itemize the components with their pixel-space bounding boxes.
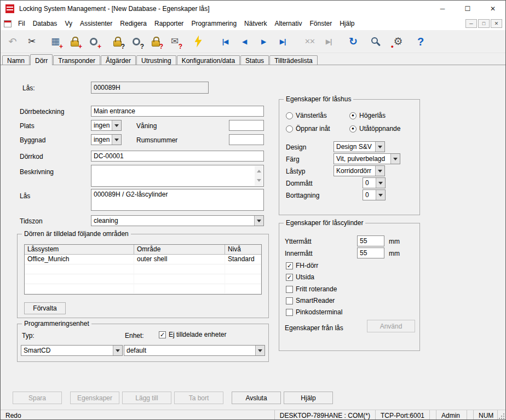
nav-first-button[interactable]: |◀ — [216, 32, 234, 51]
nav-last-button[interactable]: ▶| — [273, 32, 292, 51]
chevron-down-icon[interactable] — [375, 166, 384, 176]
removal-select[interactable]: 0 — [363, 189, 386, 200]
close-button[interactable]: ✕ — [480, 1, 505, 17]
resize-grip[interactable] — [497, 410, 505, 420]
checkbox-icon[interactable]: ✓ — [159, 331, 166, 338]
radio-oppnar-inat[interactable]: Öppnar inåt — [286, 125, 330, 133]
read-card-button[interactable]: ✉css-bolt? — [165, 32, 184, 51]
color-select[interactable]: Vit, pulverbelagd — [334, 153, 400, 164]
description-field[interactable] — [91, 165, 264, 187]
nav-prev-button[interactable]: ◀ — [235, 32, 254, 51]
programming-type-select[interactable]: SmartCD — [21, 345, 123, 356]
mdi-close-button[interactable]: ✕ — [491, 19, 502, 28]
chevron-down-icon[interactable] — [390, 154, 400, 164]
column-header-lassystem[interactable]: Låssystem — [25, 245, 134, 255]
radio-icon[interactable] — [286, 112, 293, 119]
chevron-down-icon[interactable] — [255, 346, 264, 355]
tab-utrustning[interactable]: Utrustning — [136, 55, 176, 65]
free-rotating-checkbox[interactable]: Fritt roterande — [286, 285, 337, 293]
menu-item-natverk[interactable]: Nätverk — [240, 18, 271, 29]
description-scrollbar[interactable] — [255, 166, 263, 186]
chevron-down-icon[interactable] — [376, 190, 385, 200]
areas-table[interactable]: Låssystem Område Nivå Office_Munich oute… — [24, 244, 262, 295]
checkbox-icon[interactable] — [286, 309, 293, 316]
mdi-minimize-button[interactable]: ─ — [465, 19, 477, 28]
room-field[interactable] — [229, 134, 264, 145]
tab-atgarder[interactable]: Åtgärder — [101, 55, 136, 65]
tab-tilltradeslista[interactable]: Tillträdeslista — [269, 55, 318, 65]
checkbox-icon[interactable] — [286, 297, 293, 304]
table-row[interactable] — [25, 274, 261, 284]
refresh-button[interactable]: ↻ — [344, 32, 363, 51]
menu-item-alternativ[interactable]: Alternativ — [271, 18, 306, 29]
minimize-button[interactable]: ─ — [430, 1, 455, 17]
programming-device-select[interactable]: default — [124, 345, 265, 356]
column-header-omrade[interactable]: Område — [134, 245, 225, 255]
disconnect-button[interactable]: ✂ — [22, 32, 41, 51]
design-select[interactable]: Design S&V — [334, 141, 385, 152]
menu-item-databas[interactable]: Databas — [29, 18, 61, 29]
new-transponder-button[interactable]: + — [84, 32, 103, 51]
new-record-button[interactable]: ▦+ — [46, 32, 65, 51]
chevron-down-icon[interactable] — [112, 135, 121, 145]
undo-button[interactable]: ↶ — [3, 32, 22, 51]
checkbox-icon[interactable] — [286, 286, 293, 293]
save-button[interactable]: Spara — [13, 392, 62, 404]
search-button[interactable] — [366, 32, 385, 51]
properties-button[interactable]: Egenskaper — [70, 392, 119, 404]
add-button[interactable]: Lägg till — [122, 392, 171, 404]
cancel-program-button[interactable]: ✕✕ — [300, 32, 319, 51]
manage-button[interactable]: Förvalta — [24, 302, 66, 314]
scroll-up-icon[interactable] — [257, 168, 261, 172]
radio-vansterlas[interactable]: Vänsterlås — [286, 112, 327, 119]
read-lock-button[interactable]: ? — [108, 32, 127, 51]
fh-door-checkbox[interactable]: ✓ FH-dörr — [286, 262, 318, 269]
scroll-down-icon[interactable] — [257, 179, 261, 184]
read-transponder-button[interactable]: ? — [127, 32, 146, 51]
tab-konfiguration-data[interactable]: Konfiguration/data — [177, 55, 240, 65]
column-header-niva[interactable]: Nivå — [225, 245, 261, 255]
timezone-select[interactable]: cleaning — [91, 215, 264, 226]
exit-button[interactable]: Avsluta — [232, 392, 281, 404]
radio-icon[interactable]: ● — [349, 112, 357, 119]
apply-button[interactable]: Använd — [367, 320, 415, 332]
chevron-down-icon[interactable] — [375, 142, 384, 152]
unassigned-devices-checkbox[interactable]: ✓ Ej tilldelade enheter — [159, 331, 226, 338]
smartreader-checkbox[interactable]: SmartReader — [286, 297, 335, 304]
settings-button[interactable]: ⚙• — [389, 32, 407, 51]
tab-transponder[interactable]: Transponder — [53, 55, 100, 65]
chevron-down-icon[interactable] — [113, 346, 122, 355]
tab-namn[interactable]: Namn — [2, 55, 30, 65]
door-name-field[interactable]: Main entrance — [91, 106, 264, 117]
menu-item-vy[interactable]: Vy — [61, 18, 76, 29]
menu-item-fil[interactable]: Fil — [14, 18, 29, 29]
radio-hogerlas[interactable]: ● Högerlås — [349, 112, 386, 119]
checkbox-icon[interactable]: ✓ — [286, 274, 293, 281]
floor-field[interactable] — [229, 120, 264, 131]
outside-checkbox[interactable]: ✓ Utsida — [286, 273, 314, 281]
menu-item-assistenter[interactable]: Assistenter — [76, 18, 116, 29]
outer-dim-field[interactable]: 55 — [357, 235, 384, 246]
nav-next-button[interactable]: ▶ — [254, 32, 273, 51]
inner-dim-field[interactable]: 55 — [357, 248, 384, 258]
menu-item-rapporter[interactable]: Rapporter — [151, 18, 187, 29]
pincode-terminal-checkbox[interactable]: Pinkodsterminal — [286, 308, 342, 316]
mdi-restore-button[interactable]: □ — [478, 19, 490, 28]
radio-icon[interactable]: ● — [349, 125, 357, 133]
maximize-button[interactable]: ☐ — [455, 1, 480, 17]
remove-button[interactable]: Ta bort — [174, 392, 223, 404]
chevron-down-icon[interactable] — [376, 178, 385, 188]
menu-item-programmering[interactable]: Programmering — [187, 18, 240, 29]
lock-type-select[interactable]: Korridordörr — [334, 165, 385, 176]
tab-status[interactable]: Status — [240, 55, 269, 65]
table-row[interactable]: Office_Munich outer shell Standard — [25, 255, 261, 264]
checkbox-icon[interactable]: ✓ — [286, 262, 293, 269]
help-button[interactable]: ? — [411, 32, 430, 51]
building-select[interactable]: ingen — [91, 134, 122, 145]
dome-select[interactable]: 0 — [363, 177, 386, 188]
program-button[interactable] — [189, 32, 208, 51]
radio-utatoppnande[interactable]: ● Utåtöppnande — [349, 125, 400, 133]
nav-end-button[interactable]: ▶| — [319, 32, 338, 51]
table-row[interactable] — [25, 264, 261, 274]
chevron-down-icon[interactable] — [254, 216, 263, 226]
